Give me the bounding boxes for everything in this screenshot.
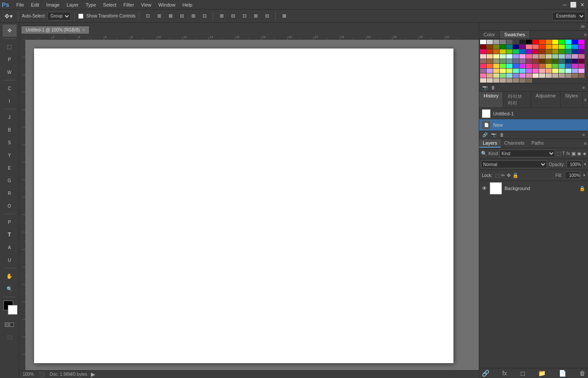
add-mask-btn[interactable]: ◻ [520,370,526,377]
swatch-color[interactable] [572,49,578,54]
swatch-color[interactable] [493,54,499,59]
swatch-color[interactable] [526,45,532,49]
swatch-color[interactable] [519,49,526,54]
history-new-item[interactable]: 📄 New [479,119,588,131]
filter-mode-icon[interactable]: ▣ [571,151,576,156]
tool-zoom[interactable]: 🔍 [3,283,17,295]
distribute-right-btn[interactable]: ⊡ [239,11,249,21]
tool-clone[interactable]: S [3,136,17,149]
swatch-color[interactable] [578,73,585,78]
menu-select[interactable]: Select [100,1,120,8]
swatch-color[interactable] [513,59,519,63]
libraries-tab[interactable]: 라이브러리 [503,92,531,108]
swatch-color[interactable] [552,59,558,63]
swatch-color[interactable] [506,78,512,83]
swatch-color[interactable] [493,59,499,63]
swatch-color[interactable] [546,49,552,54]
history-delete-btn[interactable]: 🗑 [490,85,497,90]
fill-arrow[interactable]: ▾ [583,173,585,177]
history-snapshot-item[interactable]: Untitled-1 [479,108,588,119]
swatch-color[interactable] [526,40,532,44]
swatch-color[interactable] [533,40,539,44]
swatch-color[interactable] [526,49,532,54]
swatch-color[interactable] [506,40,512,44]
tool-quick-select[interactable]: W [3,66,17,78]
swatch-color[interactable] [500,64,506,68]
swatch-color[interactable] [480,64,486,68]
swatch-color[interactable] [559,59,565,63]
swatch-color[interactable] [513,73,519,78]
filter-effect-icon[interactable]: fx [566,151,570,156]
close-btn[interactable]: ✕ [578,1,586,9]
filter-color-icon[interactable]: ◉ [577,151,581,156]
history-snapshot-btn[interactable]: 📷 [481,85,489,90]
restore-btn[interactable]: ⬜ [568,1,578,9]
swatches-tab[interactable]: Swatches [500,31,530,38]
swatch-color[interactable] [506,59,512,63]
distribute-center-btn[interactable]: ⊟ [228,11,238,21]
menu-layer[interactable]: Layer [63,1,82,8]
swatch-color[interactable] [552,40,558,44]
tool-blur[interactable]: R [3,187,17,199]
swatch-color[interactable] [513,45,519,49]
filter-pixel-icon[interactable]: ⬚ [557,151,561,156]
swatch-color[interactable] [487,45,493,49]
tool-pen[interactable]: P [3,216,17,228]
swatch-color[interactable] [500,40,506,44]
new-layer-btn[interactable]: 📄 [559,370,566,377]
swatch-color[interactable] [519,54,526,59]
swatch-color[interactable] [513,78,519,83]
swatch-color[interactable] [526,73,532,78]
swatch-color[interactable] [546,69,552,73]
menu-help[interactable]: Help [179,1,196,8]
layers-effect-btn[interactable]: 📷 [490,132,498,138]
tool-crop[interactable]: C [3,82,17,94]
layers-filter-select[interactable]: Kind [499,149,555,157]
tool-spot-heal[interactable]: J [3,111,17,123]
swatch-color[interactable] [578,59,585,63]
move-tool-btn[interactable]: ✥▾ [3,12,14,21]
history-tab[interactable]: History [479,92,503,108]
extras-btn[interactable]: ⊠ [279,11,289,21]
swatch-color[interactable] [546,73,552,78]
menu-filter[interactable]: Filter [120,1,137,8]
swatch-color[interactable] [572,59,578,63]
swatch-color[interactable] [493,69,499,73]
swatch-color[interactable] [552,49,558,54]
swatch-color[interactable] [519,59,526,63]
lock-all-icon[interactable]: 🔒 [512,173,519,178]
distribute-left-btn[interactable]: ⊞ [217,11,226,21]
swatch-color[interactable] [572,45,578,49]
swatch-color[interactable] [500,59,506,63]
swatch-color[interactable] [480,78,486,83]
swatch-color[interactable] [572,64,578,68]
swatch-color[interactable] [526,54,532,59]
swatch-color[interactable] [526,69,532,73]
align-right-btn[interactable]: ⊠ [166,11,175,21]
swatch-color[interactable] [565,49,571,54]
swatch-color[interactable] [506,73,512,78]
tool-brush[interactable]: B [3,124,17,136]
swatch-color[interactable] [519,40,526,44]
swatch-color[interactable] [539,40,545,44]
lock-transparent-icon[interactable]: ⬚ [495,173,499,178]
opacity-input[interactable] [567,160,582,168]
swatch-color[interactable] [533,73,539,78]
swatch-color[interactable] [565,73,571,78]
layers-panel-menu[interactable]: ≡ [581,132,586,138]
swatch-color[interactable] [572,40,578,44]
swatch-color[interactable] [539,45,545,49]
tool-history-brush[interactable]: Y [3,149,17,161]
swatch-color[interactable] [578,54,585,59]
menu-window[interactable]: Window [155,1,179,8]
swatch-color[interactable] [552,69,558,73]
swatch-color[interactable] [506,49,512,54]
swatch-color[interactable] [539,73,545,78]
swatch-color[interactable] [546,54,552,59]
delete-layer-btn[interactable]: 🗑 [579,370,585,377]
swatch-color[interactable] [578,45,585,49]
swatch-color[interactable] [526,64,532,68]
align-middle-btn[interactable]: ⊞ [188,11,198,21]
swatch-color[interactable] [480,40,486,44]
layers-delete-btn[interactable]: 🗑 [498,132,505,138]
